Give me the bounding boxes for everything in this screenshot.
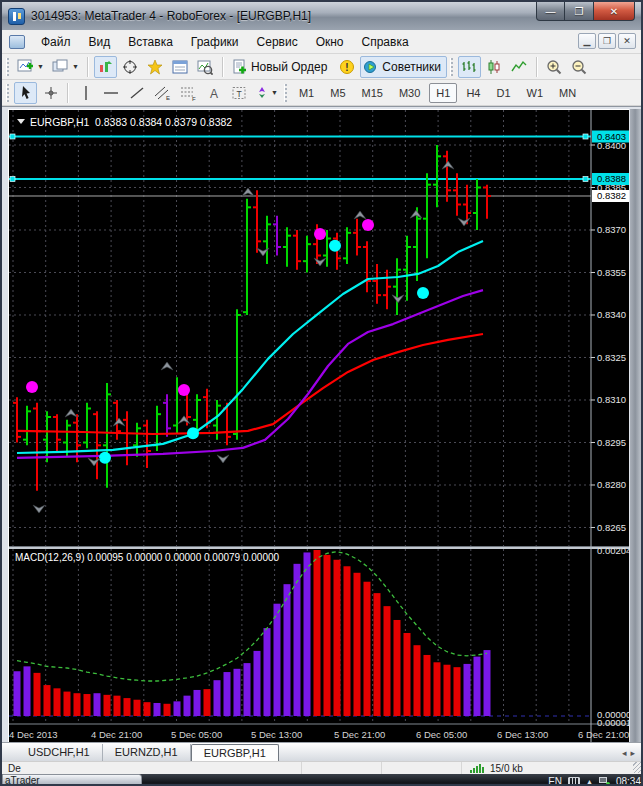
menu-Графики[interactable]: Графики xyxy=(182,32,248,52)
toolbar-grip[interactable] xyxy=(284,84,287,102)
chart-window: EURGBP,H10.8383 0.8384 0.8379 0.8382MACD… xyxy=(2,106,643,742)
svg-text:T: T xyxy=(236,88,241,98)
close-button[interactable]: ✕ xyxy=(593,2,635,21)
timeframe-MN[interactable]: MN xyxy=(552,83,583,103)
menu-Сервис[interactable]: Сервис xyxy=(248,32,307,52)
line-chart-button[interactable] xyxy=(508,56,531,78)
mdi-restore-button[interactable]: ❐ xyxy=(598,33,616,49)
new-order-label: Новый Ордер xyxy=(251,60,327,74)
advisors-label: Советники xyxy=(382,60,441,74)
menu-Вставка[interactable]: Вставка xyxy=(119,32,182,52)
price-chart[interactable]: EURGBP,H10.8383 0.8384 0.8379 0.8382MACD… xyxy=(8,109,629,743)
new-order-button[interactable]: Новый Ордер xyxy=(229,56,333,78)
timeframe-M1[interactable]: M1 xyxy=(292,83,321,103)
alert-button[interactable]: ! xyxy=(335,56,358,78)
toolbar-separator xyxy=(67,83,69,103)
tab-USDCHF,H1[interactable]: USDCHF,H1 xyxy=(16,744,103,761)
navigator-button[interactable] xyxy=(144,56,167,78)
expert-advisors-button[interactable]: Советники xyxy=(360,56,447,78)
svg-text:0.8325: 0.8325 xyxy=(597,352,626,363)
metatrader-window: 3014953: MetaTrader 4 - RoboForex - [EUR… xyxy=(0,0,643,786)
bar-chart-icon xyxy=(461,59,477,75)
language-indicator[interactable]: EN xyxy=(548,776,562,786)
vertical-line-button[interactable] xyxy=(74,82,97,104)
new-chart-icon xyxy=(17,59,35,75)
arrows-tool-button[interactable]: ▼ xyxy=(252,82,281,104)
timeframe-M30[interactable]: M30 xyxy=(392,83,427,103)
timeframe-D1[interactable]: D1 xyxy=(489,83,517,103)
text-label-button[interactable]: T xyxy=(227,82,250,104)
tab-scroll-arrows[interactable]: ◂▸ xyxy=(622,748,639,758)
svg-text:4 Dec 2013: 4 Dec 2013 xyxy=(9,729,58,740)
toolbar-grip[interactable] xyxy=(6,84,9,102)
traffic-counter: 15/0 kb xyxy=(490,763,523,774)
app-icon xyxy=(8,8,25,25)
trendline-button[interactable] xyxy=(125,82,148,104)
minimize-button[interactable]: — xyxy=(536,2,565,21)
menu-Вид[interactable]: Вид xyxy=(80,32,120,52)
tester-icon xyxy=(197,59,213,75)
new-chart-button[interactable]: ▼ xyxy=(14,56,47,78)
mdi-minimize-button[interactable]: ▁ xyxy=(578,33,596,49)
svg-text:0.8382: 0.8382 xyxy=(597,190,626,201)
svg-text:0.8295: 0.8295 xyxy=(597,437,626,448)
strategy-tester-button[interactable] xyxy=(194,56,217,78)
timeframe-W1[interactable]: W1 xyxy=(520,83,551,103)
tab-EURNZD,H1[interactable]: EURNZD,H1 xyxy=(103,744,191,761)
equidistant-channel-button[interactable]: E xyxy=(150,82,174,104)
svg-text:0.8370: 0.8370 xyxy=(597,224,626,235)
timeframe-M5[interactable]: M5 xyxy=(323,83,352,103)
zoom-out-button[interactable] xyxy=(568,56,591,78)
timeframe-H4[interactable]: H4 xyxy=(459,83,487,103)
toolbar-separator xyxy=(222,57,224,77)
title-bar[interactable]: 3014953: MetaTrader 4 - RoboForex - [EUR… xyxy=(2,2,641,30)
svg-text:!: ! xyxy=(345,62,348,73)
tab-EURGBP,H1[interactable]: EURGBP,H1 xyxy=(191,744,279,762)
maximize-button[interactable]: ❐ xyxy=(565,2,593,21)
cursor-button[interactable] xyxy=(14,82,37,104)
menu-Файл[interactable]: Файл xyxy=(32,32,80,52)
zoom-in-button[interactable] xyxy=(543,56,566,78)
taskbar-app-button[interactable]: aTrader xyxy=(2,774,142,786)
channel-icon: E xyxy=(153,85,171,101)
market-watch-button[interactable] xyxy=(94,56,117,78)
status-bar: De 15/0 kb xyxy=(2,761,643,774)
clock: 08:34 xyxy=(616,776,641,786)
new-order-icon xyxy=(232,59,248,75)
timeframe-H1[interactable]: H1 xyxy=(429,83,457,103)
resize-grip[interactable] xyxy=(633,762,643,773)
alert-icon: ! xyxy=(339,59,355,75)
menu-Справка[interactable]: Справка xyxy=(353,32,418,52)
keyboard-icon[interactable] xyxy=(568,777,580,785)
zoom-in-icon xyxy=(546,59,562,75)
fibonacci-button[interactable]: F xyxy=(176,82,200,104)
timeframe-M15[interactable]: M15 xyxy=(355,83,390,103)
toolbar-line-studies: E F A T ▼ M1M5M15M30H1H4D1W1MN xyxy=(2,80,641,106)
window-title: 3014953: MetaTrader 4 - RoboForex - [EUR… xyxy=(31,9,311,23)
toolbar-grip[interactable] xyxy=(6,58,9,76)
svg-text:6 Dec 05:00: 6 Dec 05:00 xyxy=(416,729,467,740)
menu-Окно[interactable]: Окно xyxy=(307,32,353,52)
crosshair-tool-button[interactable] xyxy=(39,82,62,104)
chart-tabs: USDCHF,H1EURNZD,H1EURGBP,H1 xyxy=(16,743,279,761)
svg-text:F: F xyxy=(192,95,196,101)
candlestick-chart-button[interactable] xyxy=(483,56,506,78)
data-window-button[interactable] xyxy=(119,56,142,78)
chart-window-icon[interactable] xyxy=(9,35,25,49)
toolbar-standard: ▼ ▼ Новый Ордер ! Со xyxy=(2,54,641,80)
network-icon[interactable] xyxy=(599,777,610,786)
profiles-button[interactable]: ▼ xyxy=(49,56,82,78)
horizontal-line-button[interactable] xyxy=(99,82,123,104)
terminal-button[interactable] xyxy=(169,56,192,78)
line-chart-icon xyxy=(511,59,527,75)
toolbar-grip[interactable] xyxy=(450,58,453,76)
text-button[interactable]: A xyxy=(202,82,225,104)
connection-bars-icon xyxy=(470,764,484,773)
symbol-label: EURGBP,H1 xyxy=(30,116,89,128)
tray-expand-icon[interactable]: ▲ xyxy=(586,778,593,785)
mdi-close-button[interactable]: ✕ xyxy=(618,33,636,49)
bar-chart-button[interactable] xyxy=(458,56,481,78)
svg-text:0.8355: 0.8355 xyxy=(597,267,626,278)
svg-text:5 Dec 13:00: 5 Dec 13:00 xyxy=(251,729,302,740)
macd-label: MACD(12,26,9) 0.00095 0.00000 0.00000 0.… xyxy=(15,552,280,563)
